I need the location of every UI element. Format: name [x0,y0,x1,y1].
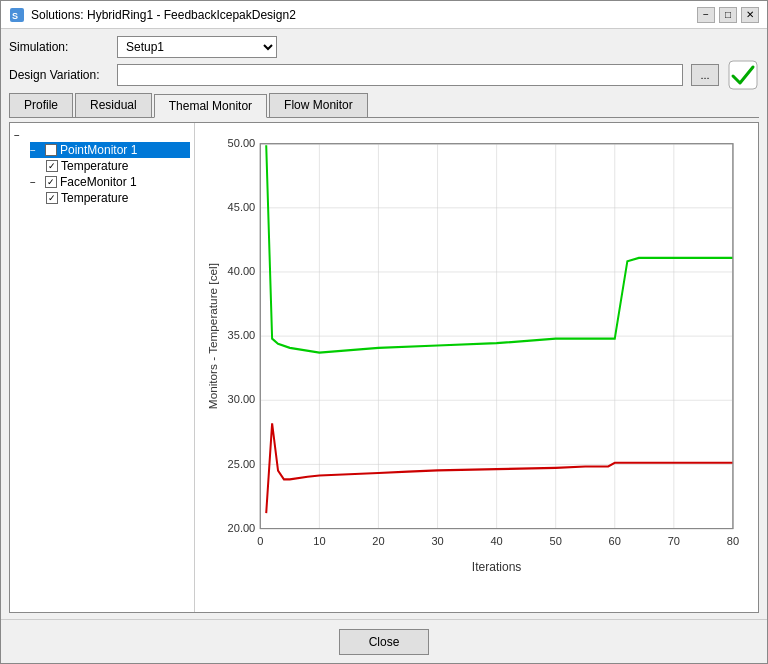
maximize-button[interactable]: □ [719,7,737,23]
list-item[interactable]: − PointMonitor 1 [30,142,190,158]
tree-root[interactable]: − [14,129,190,142]
svg-text:S: S [12,11,18,21]
main-panel: − − PointMonitor 1 Temperature − Fac [9,122,759,613]
title-bar: S Solutions: HybridRing1 - FeedbackIcepa… [1,1,767,29]
tab-profile[interactable]: Profile [9,93,73,117]
svg-text:80: 80 [727,534,739,546]
list-item[interactable]: − FaceMonitor 1 [30,174,190,190]
list-item[interactable]: Temperature [46,158,190,174]
temperature-2-label: Temperature [61,191,128,205]
expand-icon: − [30,177,42,188]
chart-svg: 20.00 25.00 30.00 35.00 40.00 45.00 50.0… [205,133,748,582]
window-title: Solutions: HybridRing1 - FeedbackIcepakD… [31,8,296,22]
point-monitor-checkbox[interactable] [45,144,57,156]
footer: Close [1,619,767,663]
tree-panel: − − PointMonitor 1 Temperature − Fac [10,123,195,612]
svg-text:45.00: 45.00 [228,201,256,213]
main-window: S Solutions: HybridRing1 - FeedbackIcepa… [0,0,768,664]
tab-residual[interactable]: Residual [75,93,152,117]
svg-text:40.00: 40.00 [228,265,256,277]
svg-text:35.00: 35.00 [228,329,256,341]
design-variation-label: Design Variation: [9,68,109,82]
minimize-button[interactable]: − [697,7,715,23]
tab-flow-monitor[interactable]: Flow Monitor [269,93,368,117]
svg-text:50.00: 50.00 [228,137,256,149]
design-variation-input[interactable] [117,64,683,86]
svg-text:0: 0 [257,534,263,546]
content-area: Simulation: Setup1 Design Variation: ...… [1,29,767,619]
svg-text:20: 20 [372,534,384,546]
temperature-1-checkbox[interactable] [46,160,58,172]
expand-icon: − [30,145,42,156]
close-button[interactable]: ✕ [741,7,759,23]
svg-text:10: 10 [313,534,325,546]
checkmark-icon [727,59,759,91]
svg-text:50: 50 [550,534,562,546]
close-button[interactable]: Close [339,629,429,655]
title-bar-controls: − □ ✕ [697,7,759,23]
face-monitor-checkbox[interactable] [45,176,57,188]
simulation-label: Simulation: [9,40,109,54]
chart-area: 20.00 25.00 30.00 35.00 40.00 45.00 50.0… [195,123,758,612]
chart-wrapper: 20.00 25.00 30.00 35.00 40.00 45.00 50.0… [205,133,748,582]
expand-icon: − [14,130,26,141]
svg-text:Iterations: Iterations [472,560,522,574]
svg-text:30.00: 30.00 [228,393,256,405]
temperature-1-label: Temperature [61,159,128,173]
temperature-2-checkbox[interactable] [46,192,58,204]
app-icon: S [9,7,25,23]
design-variation-row: Design Variation: ... [9,63,759,87]
svg-text:Monitors - Temperature [cel]: Monitors - Temperature [cel] [207,263,219,409]
tab-thermal-monitor[interactable]: Themal Monitor [154,94,267,118]
face-monitor-label: FaceMonitor 1 [60,175,137,189]
point-monitor-label: PointMonitor 1 [60,143,137,157]
tabs-row: Profile Residual Themal Monitor Flow Mon… [9,93,759,118]
svg-text:20.00: 20.00 [228,521,256,533]
svg-text:30: 30 [431,534,443,546]
svg-text:40: 40 [490,534,502,546]
simulation-select[interactable]: Setup1 [117,36,277,58]
browse-button[interactable]: ... [691,64,719,86]
title-bar-left: S Solutions: HybridRing1 - FeedbackIcepa… [9,7,296,23]
svg-text:25.00: 25.00 [228,457,256,469]
svg-text:70: 70 [668,534,680,546]
list-item[interactable]: Temperature [46,190,190,206]
svg-text:60: 60 [609,534,621,546]
simulation-row: Simulation: Setup1 [9,35,759,59]
